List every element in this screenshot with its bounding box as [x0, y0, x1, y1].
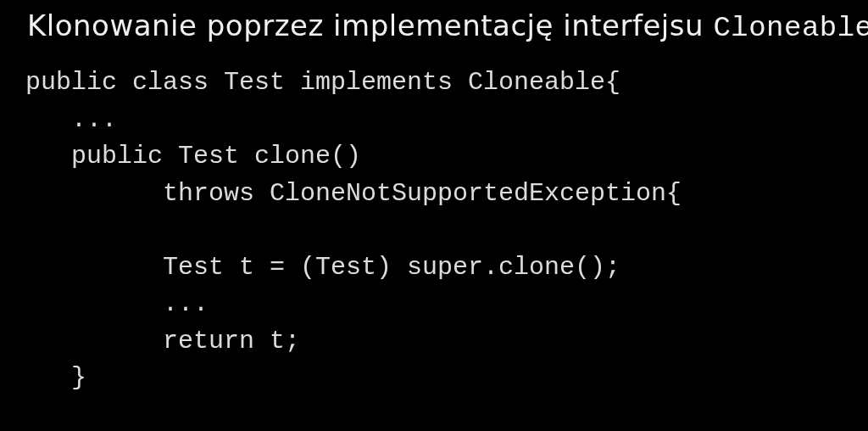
code-line-9: } — [25, 363, 86, 392]
code-line-7: ... — [25, 289, 209, 318]
code-line-1: public class Test implements Cloneable{ — [25, 68, 620, 97]
code-line-3: public Test clone() — [25, 142, 361, 171]
title-code-word: Cloneable — [713, 12, 868, 44]
slide: Klonowanie poprzez implementację interfe… — [0, 0, 868, 431]
code-line-8: return t; — [25, 327, 300, 355]
code-line-6: Test t = (Test) super.clone(); — [25, 253, 620, 282]
code-line-4: throws CloneNotSupportedException{ — [25, 179, 682, 208]
code-line-2: ... — [25, 105, 117, 134]
slide-title: Klonowanie poprzez implementację interfe… — [27, 8, 843, 44]
title-prefix: Klonowanie poprzez implementację interfe… — [27, 8, 713, 42]
code-block: public class Test implements Cloneable{ … — [25, 64, 843, 397]
